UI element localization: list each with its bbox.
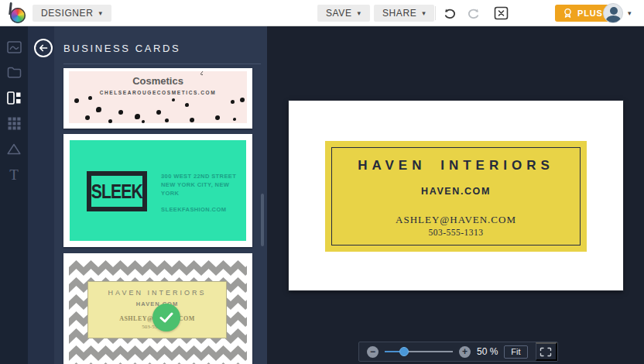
triangle-icon [7,143,21,155]
panel-divider [63,64,261,64]
befunky-logo[interactable] [6,3,28,24]
designer-menu-button[interactable]: DESIGNER ▾ [33,5,111,22]
tools-sidebar: T [0,26,28,364]
undo-icon [443,7,457,19]
grid-icon [8,117,21,130]
card-phone-text[interactable]: 503-555-1313 [325,228,587,237]
user-avatar[interactable] [603,3,623,23]
arrow-left-icon [39,44,48,52]
save-button[interactable]: SAVE ▾ [317,5,370,22]
business-card-artboard[interactable]: HAVEN INTERIORS HAVEN.COM ASHLEY@HAVEN.C… [289,101,623,290]
sleek-website-text: SLEEKFASHION.COM [161,206,246,213]
plus-icon: + [462,347,468,357]
sidebar-item-graphics[interactable] [0,136,28,162]
sleek-address-line2: NEW YORK CITY, NEW YORK [161,181,246,198]
plus-upgrade-button[interactable]: PLUS [555,5,611,22]
account-caret-down-icon[interactable]: ▾ [628,9,632,17]
panel-back-strip [28,26,54,364]
badge-icon [563,8,573,19]
caret-down-icon: ▾ [98,10,102,17]
card-yellow-panel[interactable]: HAVEN INTERIORS HAVEN.COM ASHLEY@HAVEN.C… [325,141,587,252]
template-thumbnail-sleek[interactable]: SLEEK 300 WEST 22ND STREET NEW YORK CITY… [63,134,252,247]
fit-to-screen-button[interactable] [536,342,557,361]
caret-down-icon: ▾ [422,10,426,17]
save-label: SAVE [326,8,352,19]
sidebar-item-folder[interactable] [0,60,28,85]
card-website-text[interactable]: HAVEN.COM [325,186,587,197]
sidebar-item-text[interactable]: T [0,162,28,187]
sleek-card-face: SLEEK 300 WEST 22ND STREET NEW YORK CITY… [70,140,246,241]
avatar-head [610,7,618,15]
chevron-pattern: HAVEN INTERIORS HAVEN.COM ASHLEY@HAVEN.C… [69,259,247,364]
top-toolbar: DESIGNER ▾ SAVE ▾ SHARE ▾ [0,0,644,26]
sidebar-item-image[interactable] [0,34,28,60]
share-label: SHARE [382,8,416,19]
avatar-shoulders [606,15,621,24]
logo-color-wheel-icon [10,8,26,23]
check-icon [159,312,173,323]
cosmetics-card-face: Cosmetics CHELSEAROUGECOSMETICS.COM [69,71,247,123]
expand-screen-icon [540,347,552,357]
zoom-slider[interactable] [385,346,453,358]
redo-icon [467,7,481,19]
close-box-icon [494,6,509,20]
toolbar-divider [435,6,436,20]
plus-label: PLUS [577,9,603,18]
undo-button[interactable] [441,5,458,21]
sidebar-item-elements[interactable] [0,111,28,136]
templates-panel: BUSINESS CARDS Cosmetics CHELSEAROUGECOS… [28,26,267,364]
template-brand-text: Cosmetics [69,75,247,87]
minus-icon: − [370,347,375,357]
cosmetics-dots [69,91,247,123]
card-email-text[interactable]: ASHLEY@HAVEN.COM [325,214,587,226]
zoom-in-button[interactable]: + [459,346,471,358]
templates-layout-icon [7,91,21,105]
sleek-logo-text: SLEEK [91,179,142,203]
sleek-contact-block: 300 WEST 22ND STREET NEW YORK CITY, NEW … [161,173,246,213]
panel-scrollbar[interactable] [261,194,264,246]
close-project-button[interactable] [492,5,509,21]
fit-button[interactable]: Fit [504,345,527,359]
zoom-out-button[interactable]: − [367,346,379,358]
panel-title: BUSINESS CARDS [63,43,180,54]
folder-icon [7,67,22,78]
back-button[interactable] [34,39,53,57]
selected-check-badge [152,304,180,331]
haven-thumb-company: HAVEN INTERIORS [88,289,226,297]
caret-down-icon: ▾ [358,10,361,17]
slider-handle[interactable] [399,347,409,356]
share-button[interactable]: SHARE ▾ [374,5,434,22]
sleek-logo-box: SLEEK [87,171,147,211]
text-icon: T [9,167,19,182]
template-thumbnail-haven[interactable]: HAVEN INTERIORS HAVEN.COM ASHLEY@HAVEN.C… [63,253,252,364]
zoom-percentage: 50 % [477,346,498,357]
redo-button[interactable] [465,5,482,21]
design-canvas[interactable]: HAVEN INTERIORS HAVEN.COM ASHLEY@HAVEN.C… [267,26,644,364]
sidebar-item-templates[interactable] [0,85,28,111]
template-thumbnail-cosmetics[interactable]: Cosmetics CHELSEAROUGECOSMETICS.COM [63,68,252,129]
card-company-text[interactable]: HAVEN INTERIORS [325,158,587,173]
designer-label: DESIGNER [41,8,93,19]
image-icon [7,41,22,53]
fit-label: Fit [511,347,520,356]
sleek-address-line1: 300 WEST 22ND STREET [161,173,246,181]
zoom-toolbar: − + 50 % Fit [358,342,558,362]
